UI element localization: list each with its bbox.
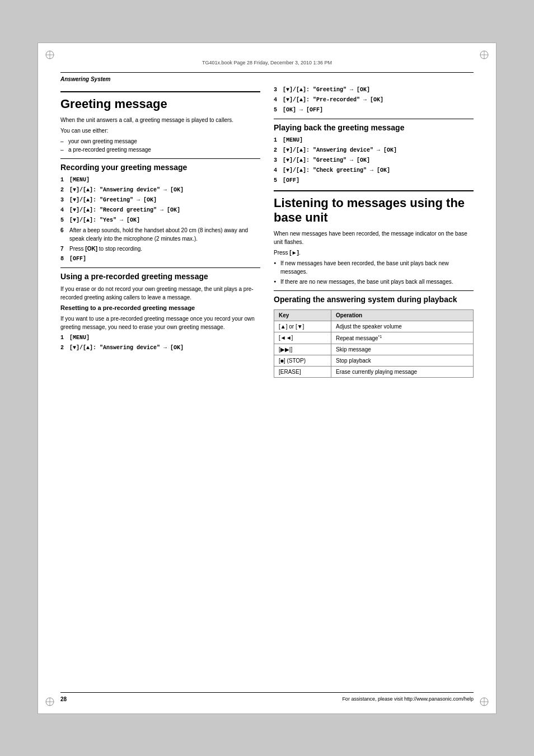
rec-step-6: 6After a beep sounds, hold the handset a… [60,226,260,243]
resetting-body: If you want to use a pre-recorded greeti… [60,314,260,331]
corner-mark-tl [45,50,55,60]
greeting-divider [60,91,260,92]
greeting-intro-2: You can use either: [60,126,260,135]
pre-step-4: 4[▼]/[▲]: "Pre-recorded" → [OK] [274,96,474,104]
operating-divider [274,290,474,291]
listening-body-1: When new messages have been recorded, th… [274,229,474,246]
table-row: [◄◄] Repeat message*1 [274,332,474,344]
recording-divider [60,158,260,159]
table-row: [▲] or [▼] Adjust the speaker volume [274,321,474,332]
table-cell-op-1: Adjust the speaker volume [331,321,474,332]
play-step-5: 5[OFF] [274,176,474,185]
table-header-key: Key [274,309,331,321]
right-column: 3[▼]/[▲]: "Greeting" → [OK] 4[▼]/[▲]: "P… [274,86,474,378]
reset-step-1: 1[MENU] [60,334,260,342]
reset-step-2: 2[▼]/[▲]: "Answering device" → [OK] [60,344,260,352]
recording-steps: 1[MENU] 2[▼]/[▲]: "Answering device" → [… [60,176,260,263]
recording-title: Recording your greeting message [60,162,260,172]
file-info: TG401x.book Page 28 Friday, December 3, … [60,60,474,65]
bullet-2: If there are no new messages, the base u… [274,278,474,286]
rec-step-8: 8[OFF] [60,255,260,263]
listening-title: Listening to messages using the base uni… [274,196,474,226]
play-step-2: 2[▼]/[▲]: "Answering device" → [OK] [274,146,474,154]
table-cell-op-5: Erase currently playing message [331,366,474,377]
table-cell-op-4: Stop playback [331,355,474,366]
page-footer: 28 For assistance, please visit http://w… [60,692,474,702]
operation-table: Key Operation [▲] or [▼] Adjust the spea… [274,309,474,378]
greeting-intro-1: When the unit answers a call, a greeting… [60,116,260,124]
playing-divider [274,119,474,119]
bullet-1: If new messages have been recorded, the … [274,259,474,276]
playing-steps: 1[MENU] 2[▼]/[▲]: "Answering device" → [… [274,136,474,185]
play-step-4: 4[▼]/[▲]: "Check greeting" → [OK] [274,166,474,175]
rec-step-1: 1[MENU] [60,176,260,184]
table-cell-key-5: [ERASE] [274,366,331,377]
dash-item-1: your own greeting message [60,137,260,145]
listening-bullets: If new messages have been recorded, the … [274,259,474,286]
listening-body-2: Press [►]. [274,248,474,257]
corner-mark-br [479,697,489,707]
prerecorded-body: If you erase or do not record your own g… [60,285,260,302]
table-cell-key-2: [◄◄] [274,332,331,344]
table-cell-key-1: [▲] or [▼] [274,321,331,332]
table-cell-op-2: Repeat message*1 [331,332,474,344]
table-cell-op-3: Skip message [331,344,474,355]
table-row: [■] (STOP) Stop playback [274,355,474,366]
top-rule [60,72,474,73]
pre-step-5: 5[OK] → [OFF] [274,106,474,114]
dash-item-2: a pre-recorded greeting message [60,145,260,154]
left-column: Greeting message When the unit answers a… [60,86,260,378]
resetting-title: Resetting to a pre-recorded greeting mes… [60,304,260,312]
rec-step-5: 5[▼]/[▲]: "Yes" → [OK] [60,216,260,224]
prerecorded-divider [60,267,260,268]
greeting-dash-list: your own greeting message a pre-recorded… [60,137,260,154]
table-cell-key-4: [■] (STOP) [274,355,331,366]
rec-step-4: 4[▼]/[▲]: "Record greeting" → [OK] [60,206,260,214]
two-column-layout: Greeting message When the unit answers a… [60,86,474,378]
section-label: Answering System [60,76,474,82]
manual-page: TG401x.book Page 28 Friday, December 3, … [38,43,496,714]
listening-divider [274,190,474,191]
table-cell-key-3: [▶▶|] [274,344,331,355]
play-step-3: 3[▼]/[▲]: "Greeting" → [OK] [274,156,474,165]
table-row: [ERASE] Erase currently playing message [274,366,474,377]
rec-step-2: 2[▼]/[▲]: "Answering device" → [OK] [60,186,260,194]
play-step-1: 1[MENU] [274,136,474,144]
prerecorded-title: Using a pre-recorded greeting message [60,271,260,281]
pre-step-3: 3[▼]/[▲]: "Greeting" → [OK] [274,86,474,94]
resetting-steps: 1[MENU] 2[▼]/[▲]: "Answering device" → [… [60,334,260,352]
corner-mark-tr [479,50,489,60]
prerecorded-steps-cont: 3[▼]/[▲]: "Greeting" → [OK] 4[▼]/[▲]: "P… [274,86,474,114]
page-number: 28 [60,696,67,702]
footer-help-text: For assistance, please visit http://www.… [342,696,474,702]
operating-title: Operating the answering system during pl… [274,294,474,304]
rec-step-3: 3[▼]/[▲]: "Greeting" → [OK] [60,196,260,204]
corner-mark-bl [45,697,55,707]
greeting-title: Greeting message [60,97,260,111]
rec-step-7: 7Press [OK] to stop recording. [60,245,260,253]
playing-title: Playing back the greeting message [274,123,474,133]
table-row: [▶▶|] Skip message [274,344,474,355]
table-header-operation: Operation [331,309,474,321]
